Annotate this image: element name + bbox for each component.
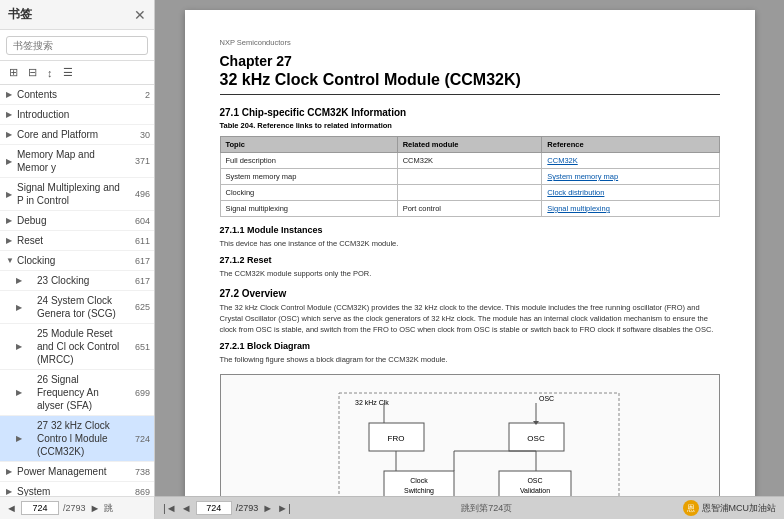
sidebar-item-count: 371 bbox=[128, 156, 150, 166]
sidebar-item-label: Clocking bbox=[17, 254, 125, 267]
arrow-icon: ▶ bbox=[6, 236, 14, 245]
sidebar-item-count: 30 bbox=[128, 130, 150, 140]
page-navigation: |◄ ◄ /2793 ► ►| bbox=[163, 501, 291, 515]
table-cell-link[interactable]: Signal multiplexing bbox=[542, 201, 719, 217]
sidebar-item-26-sfa[interactable]: ▶ 26 Signal Frequency An alyser (SFA) 69… bbox=[0, 370, 154, 416]
page-number-input[interactable] bbox=[21, 501, 59, 515]
table-cell: Signal multiplexing bbox=[220, 201, 397, 217]
sidebar-item-23-clocking[interactable]: ▶ 23 Clocking 617 bbox=[0, 271, 154, 291]
sidebar-item-24-scg[interactable]: ▶ 24 System Clock Genera tor (SCG) 625 bbox=[0, 291, 154, 324]
table-cell bbox=[397, 185, 542, 201]
section-2711-text: This device has one instance of the CCM3… bbox=[220, 238, 720, 249]
table-header-module: Related module bbox=[397, 137, 542, 153]
section-271-title: 27.1 Chip-specific CCM32K Information bbox=[220, 107, 720, 118]
sort-button[interactable]: ↕ bbox=[44, 65, 56, 80]
table-cell-link[interactable]: Clock distribution bbox=[542, 185, 719, 201]
svg-text:Clock: Clock bbox=[410, 477, 428, 484]
sidebar-item-25-mrcc[interactable]: ▶ 25 Module Reset and Cl ock Control (MR… bbox=[0, 324, 154, 370]
next-page-button[interactable]: ► bbox=[262, 502, 273, 514]
arrow-icon: ▶ bbox=[6, 467, 14, 476]
next-page-button[interactable]: ► bbox=[89, 502, 100, 514]
svg-text:OSC: OSC bbox=[527, 434, 545, 443]
sidebar-item-core[interactable]: ▶ Core and Platform 30 bbox=[0, 125, 154, 145]
sidebar-item-memory[interactable]: ▶ Memory Map and Memor y 371 bbox=[0, 145, 154, 178]
svg-text:Switching: Switching bbox=[404, 487, 434, 495]
options-button[interactable]: ☰ bbox=[60, 65, 76, 80]
arrow-icon: ▶ bbox=[16, 276, 24, 285]
sidebar-item-debug[interactable]: ▶ Debug 604 bbox=[0, 211, 154, 231]
section-2721-title: 27.2.1 Block Diagram bbox=[220, 341, 720, 351]
arrow-icon: ▶ bbox=[6, 130, 14, 139]
chapter-number: Chapter 27 bbox=[220, 53, 720, 69]
sidebar-item-introduction[interactable]: ▶ Introduction bbox=[0, 105, 154, 125]
doc-container: NXP Semiconductors Chapter 27 32 kHz Clo… bbox=[155, 0, 784, 496]
sidebar-item-clocking[interactable]: ▼ Clocking 617 bbox=[0, 251, 154, 271]
section-2712-title: 27.1.2 Reset bbox=[220, 255, 720, 265]
sidebar-item-27-ccm32k[interactable]: ▶ 27 32 kHz Clock Contro l Module (CCM32… bbox=[0, 416, 154, 462]
sidebar-item-count: 869 bbox=[128, 487, 150, 497]
block-diagram: FRO OSC Clock Switching OSC Validation bbox=[220, 374, 720, 497]
sidebar-item-label: Reset bbox=[17, 234, 125, 247]
sidebar-item-label: 23 Clocking bbox=[37, 274, 125, 287]
doc-page: NXP Semiconductors Chapter 27 32 kHz Clo… bbox=[185, 10, 755, 496]
svg-text:OSC: OSC bbox=[539, 395, 554, 402]
table-header-topic: Topic bbox=[220, 137, 397, 153]
section-272-text: The 32 kHz Clock Control Module (CCM32K)… bbox=[220, 302, 720, 336]
sidebar-item-label: Core and Platform bbox=[17, 128, 125, 141]
first-page-button[interactable]: |◄ bbox=[163, 502, 177, 514]
bottom-page-input[interactable] bbox=[196, 501, 232, 515]
sidebar-title: 书签 bbox=[8, 6, 32, 23]
sidebar-item-signal-mux[interactable]: ▶ Signal Multiplexing and P in Control 4… bbox=[0, 178, 154, 211]
table-cell bbox=[397, 169, 542, 185]
last-page-button[interactable]: ►| bbox=[277, 502, 291, 514]
table-cell: System memory map bbox=[220, 169, 397, 185]
prev-page-button[interactable]: ◄ bbox=[6, 502, 17, 514]
sidebar-bottom: ◄ /2793 ► 跳 bbox=[0, 496, 154, 519]
sidebar-item-count: 496 bbox=[128, 189, 150, 199]
arrow-icon: ▶ bbox=[6, 110, 14, 119]
collapse-all-button[interactable]: ⊟ bbox=[25, 65, 40, 80]
publisher-label: NXP Semiconductors bbox=[220, 38, 720, 47]
goto-page-label: 跳 bbox=[104, 502, 113, 515]
sidebar-item-label: Power Management bbox=[17, 465, 125, 478]
sidebar-item-count: 724 bbox=[128, 434, 150, 444]
logo-area: 恩 恩智浦MCU加油站 bbox=[683, 500, 777, 516]
section-2721-text: The following figure shows a block diagr… bbox=[220, 354, 720, 365]
svg-text:Validation: Validation bbox=[519, 487, 549, 494]
table-cell: CCM32K bbox=[397, 153, 542, 169]
table-204: Topic Related module Reference Full desc… bbox=[220, 136, 720, 217]
logo-icon: 恩 bbox=[683, 500, 699, 516]
svg-text:FRO: FRO bbox=[387, 434, 404, 443]
prev-page-button[interactable]: ◄ bbox=[181, 502, 192, 514]
sidebar-item-count: 604 bbox=[128, 216, 150, 226]
sidebar-item-label: 26 Signal Frequency An alyser (SFA) bbox=[37, 373, 125, 412]
table-row: Clocking Clock distribution bbox=[220, 185, 719, 201]
sidebar-item-power[interactable]: ▶ Power Management 738 bbox=[0, 462, 154, 482]
section-2712-text: The CCM32K module supports only the POR. bbox=[220, 268, 720, 279]
arrow-icon: ▶ bbox=[6, 190, 14, 199]
page-total: /2793 bbox=[63, 503, 86, 513]
sidebar-item-count: 699 bbox=[128, 388, 150, 398]
arrow-icon: ▶ bbox=[6, 157, 14, 166]
goto-label: 跳到第724页 bbox=[461, 503, 512, 513]
arrow-icon: ▶ bbox=[16, 388, 24, 397]
sidebar-item-label: Memory Map and Memor y bbox=[17, 148, 125, 174]
expand-all-button[interactable]: ⊞ bbox=[6, 65, 21, 80]
table-row: Full description CCM32K CCM32K bbox=[220, 153, 719, 169]
sidebar-item-contents[interactable]: ▶ Contents 2 bbox=[0, 85, 154, 105]
sidebar-item-reset[interactable]: ▶ Reset 611 bbox=[0, 231, 154, 251]
bottom-page-total: /2793 bbox=[236, 503, 259, 513]
arrow-icon: ▶ bbox=[6, 216, 14, 225]
sidebar-item-label: Contents bbox=[17, 88, 125, 101]
search-input[interactable] bbox=[6, 36, 148, 55]
table-cell-link[interactable]: CCM32K bbox=[542, 153, 719, 169]
close-icon[interactable]: ✕ bbox=[134, 7, 146, 23]
sidebar-search-area bbox=[0, 30, 154, 61]
sidebar-item-count: 617 bbox=[128, 276, 150, 286]
sidebar-item-system[interactable]: ▶ System 869 bbox=[0, 482, 154, 496]
sidebar-item-label: System bbox=[17, 485, 125, 496]
table-cell-link[interactable]: System memory map bbox=[542, 169, 719, 185]
table-row: System memory map System memory map bbox=[220, 169, 719, 185]
bottom-center-area: 跳到第724页 bbox=[461, 502, 512, 515]
svg-text:OSC: OSC bbox=[527, 477, 542, 484]
